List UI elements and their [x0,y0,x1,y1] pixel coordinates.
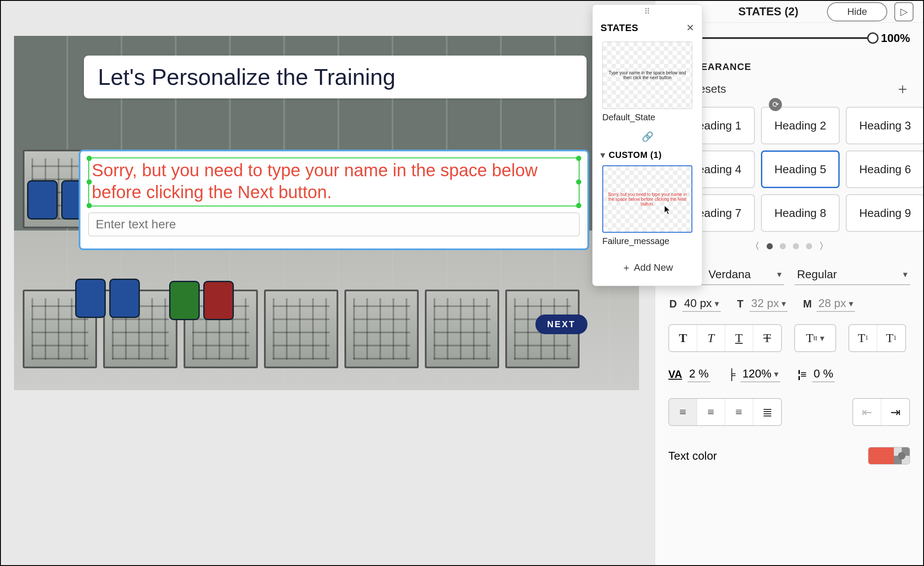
align-left-button[interactable]: ≡ [669,399,697,425]
indent-group: ⇤ ⇥ [852,398,910,426]
input-card[interactable]: Sorry, but you need to type your name in… [79,150,589,250]
heading-preset-5[interactable]: Heading 5 [761,150,840,188]
default-state-thumb[interactable]: Type your name in the space below and th… [602,42,692,109]
next-button[interactable]: NEXT [535,314,587,334]
link-icon[interactable]: 🔗 [593,129,702,145]
drag-handle-icon[interactable]: ⠿ [593,5,702,16]
heading-preset-3[interactable]: Heading 3 [846,107,923,144]
name-input[interactable] [88,213,580,236]
align-justify-button[interactable]: ≣ [753,399,781,425]
heading-preset-8[interactable]: Heading 8 [761,194,840,232]
states-header[interactable]: STATES (2) [738,5,799,18]
tablet-size-icon: T [736,298,745,310]
italic-button[interactable]: T [697,325,725,351]
slide[interactable]: Let's Personalize the Training Sorry, bu… [14,36,639,390]
align-right-button[interactable]: ≡ [725,399,753,425]
failure-state-label: Failure_message [593,235,702,252]
canvas-area: Let's Personalize the Training Sorry, bu… [1,1,657,566]
subscript-button[interactable]: T1 [877,325,905,351]
line-height-icon: ╞ [728,368,735,381]
slide-title[interactable]: Let's Personalize the Training [84,56,587,98]
sync-icon[interactable]: ⟳ [769,98,782,111]
failure-state-thumb[interactable]: Sorry, but you need to type your name in… [602,165,692,233]
hide-button[interactable]: Hide [827,2,887,21]
superscript-button[interactable]: T1 [849,325,877,351]
pager-dot[interactable] [767,243,773,249]
error-message-text[interactable]: Sorry, but you need to type your name in… [92,159,576,203]
desktop-size-icon: D [668,298,678,310]
text-case-button[interactable]: Ttt ▾ [795,325,835,351]
indent-icon: ¦≡ [798,368,807,381]
opacity-slider[interactable] [681,37,872,39]
tablet-size[interactable]: 32 px▾ [750,296,788,312]
cursor-icon [663,205,671,215]
color-options-icon[interactable] [894,447,910,464]
states-popover[interactable]: ⠿ STATES ✕ Type your name in the space b… [592,4,702,286]
pager-prev-icon[interactable]: 〈 [750,240,760,253]
add-state-button[interactable]: ＋Add New [593,252,702,277]
text-align-group: ≡ ≡ ≡ ≣ [668,398,782,426]
plus-icon: ＋ [622,261,631,274]
text-style-group: T T T T [668,324,782,352]
font-weight-select[interactable]: Regular▾ [795,264,910,285]
line-height-value[interactable]: 120%▾ [740,366,780,382]
pager-dot[interactable] [793,243,799,249]
text-case-group: Ttt ▾ [794,324,836,352]
pager-dot[interactable] [806,243,812,249]
opacity-value[interactable]: 100% [881,31,910,45]
heading-preset-2[interactable]: Heading 2 [761,107,840,144]
letter-spacing-value[interactable]: 2 % [688,366,711,382]
close-icon[interactable]: ✕ [686,22,694,34]
bold-button[interactable]: T [669,325,697,351]
text-color-label: Text color [668,449,717,463]
pager-next-icon[interactable]: 〉 [819,240,829,253]
panel-expand-button[interactable]: ▷ [894,2,914,21]
mobile-size[interactable]: 28 px▾ [816,296,855,312]
underline-button[interactable]: T [725,325,753,351]
states-popover-title: STATES [601,22,639,34]
outdent-button[interactable]: ⇤ [853,399,881,425]
heading-preset-9[interactable]: Heading 9 [846,194,923,232]
indent-button[interactable]: ⇥ [881,399,909,425]
custom-states-header[interactable]: ▾ CUSTOM (1) [593,145,702,162]
letter-spacing-icon: VA [668,368,682,381]
add-preset-icon[interactable]: ＋ [895,79,910,99]
desktop-size[interactable]: 40 px▾ [682,296,721,312]
indent-value[interactable]: 0 % [812,366,835,382]
default-state-label: Default_State [593,112,702,129]
text-color-swatch[interactable] [868,447,910,465]
heading-preset-6[interactable]: Heading 6 [846,150,923,188]
text-script-group: T1 T1 [848,324,906,352]
mobile-size-icon: M [802,298,812,310]
strikethrough-button[interactable]: T [753,325,781,351]
align-center-button[interactable]: ≡ [697,399,725,425]
pager-dot[interactable] [780,243,786,249]
error-message-box[interactable]: Sorry, but you need to type your name in… [88,157,580,206]
opacity-slider-thumb[interactable] [867,32,879,44]
